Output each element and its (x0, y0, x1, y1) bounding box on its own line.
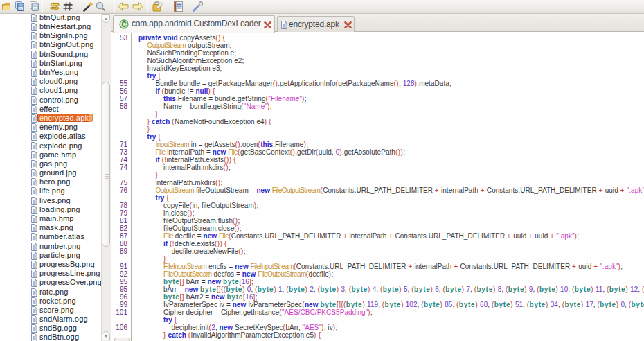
svg-text:C: C (121, 21, 126, 28)
